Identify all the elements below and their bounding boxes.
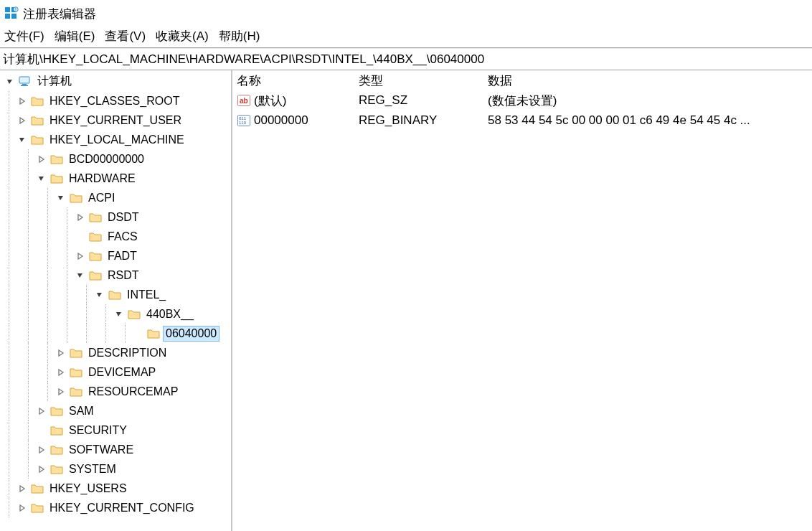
tree-label: SAM [66, 403, 97, 419]
tree-item-acpi[interactable]: ACPI [0, 188, 231, 207]
chevron-right-icon[interactable] [16, 115, 28, 126]
tree-item-hkcr[interactable]: HKEY_CLASSES_ROOT [0, 91, 231, 111]
tree-label: SOFTWARE [66, 442, 136, 458]
tree-item-440bx[interactable]: 440BX__ [0, 304, 231, 324]
chevron-right-icon[interactable] [55, 367, 67, 378]
no-expander [75, 231, 86, 243]
tree-label: HKEY_LOCAL_MACHINE [47, 132, 187, 148]
tree-label: SYSTEM [66, 461, 119, 477]
tree-item-software[interactable]: SOFTWARE [0, 440, 231, 459]
tree-item-06040000[interactable]: 06040000 [0, 324, 231, 343]
chevron-down-icon[interactable] [75, 270, 86, 281]
chevron-right-icon[interactable] [75, 250, 86, 262]
svg-rect-0 [5, 7, 10, 12]
folder-icon [147, 327, 160, 340]
chevron-down-icon[interactable] [55, 192, 67, 204]
tree-label: INTEL_ [124, 287, 169, 303]
svg-text:ab: ab [240, 97, 248, 105]
svg-rect-7 [19, 77, 29, 83]
value-data: 58 53 44 54 5c 00 00 00 01 c6 49 4e 54 4… [488, 113, 812, 128]
chevron-right-icon[interactable] [16, 502, 28, 514]
chevron-down-icon[interactable] [4, 76, 16, 88]
folder-icon [31, 95, 44, 108]
folder-icon [70, 366, 82, 379]
tree-item-bcd[interactable]: BCD00000000 [0, 149, 231, 169]
tree-label: HKEY_USERS [47, 481, 130, 497]
menu-edit[interactable]: 编辑(E) [55, 28, 95, 44]
tree-label: HKEY_CLASSES_ROOT [47, 93, 182, 109]
folder-icon [128, 308, 141, 321]
string-value-icon: ab [237, 94, 251, 107]
folder-icon [89, 211, 102, 224]
tree-label: FACS [105, 229, 141, 245]
tree-label: RSDT [105, 268, 142, 283]
svg-rect-5 [15, 8, 16, 9]
tree-label: HKEY_CURRENT_USER [47, 113, 184, 128]
tree-item-description[interactable]: DESCRIPTION [0, 343, 231, 362]
tree-label: HKEY_CURRENT_CONFIG [47, 500, 197, 516]
tree-item-intel[interactable]: INTEL_ [0, 285, 231, 304]
tree-item-hkcc[interactable]: HKEY_CURRENT_CONFIG [0, 498, 231, 517]
tree-item-hkcu[interactable]: HKEY_CURRENT_USER [0, 111, 231, 130]
chevron-right-icon[interactable] [55, 386, 67, 398]
tree-item-resourcemap[interactable]: RESOURCEMAP [0, 382, 231, 401]
tree-item-system[interactable]: SYSTEM [0, 459, 231, 479]
tree-item-hku[interactable]: HKEY_USERS [0, 479, 231, 498]
tree-label: 440BX__ [143, 306, 197, 322]
folder-icon [89, 230, 102, 243]
chevron-down-icon[interactable] [36, 173, 47, 184]
folder-icon [50, 172, 63, 185]
menu-file[interactable]: 文件(F) [4, 28, 44, 44]
menu-help[interactable]: 帮助(H) [219, 28, 260, 44]
tree-item-security[interactable]: SECURITY [0, 420, 231, 440]
chevron-right-icon[interactable] [75, 212, 86, 223]
folder-icon [89, 269, 102, 282]
values-pane[interactable]: 名称 类型 数据 ab (默认) REG_SZ (数值未设置) [232, 70, 812, 531]
tree-item-rsdt[interactable]: RSDT [0, 266, 231, 285]
tree-pane[interactable]: 计算机 [0, 70, 232, 531]
value-row[interactable]: ab (默认) REG_SZ (数值未设置) [232, 90, 812, 111]
chevron-right-icon[interactable] [36, 444, 47, 456]
folder-icon [89, 250, 102, 263]
tree-item-devicemap[interactable]: DEVICEMAP [0, 362, 231, 382]
tree-item-computer[interactable]: 计算机 [0, 72, 231, 91]
main-split: 计算机 [0, 70, 812, 531]
folder-icon [50, 424, 63, 437]
chevron-right-icon[interactable] [36, 154, 47, 165]
menu-favorites[interactable]: 收藏夹(A) [156, 28, 209, 44]
title-bar: 注册表编辑器 [0, 0, 812, 24]
tree-label: ACPI [85, 190, 118, 206]
tree-item-facs[interactable]: FACS [0, 227, 231, 246]
tree-label: DESCRIPTION [85, 345, 169, 361]
chevron-right-icon[interactable] [36, 464, 47, 475]
no-expander [133, 328, 144, 339]
tree-label: HARDWARE [66, 171, 138, 187]
chevron-right-icon[interactable] [55, 347, 67, 359]
chevron-right-icon[interactable] [16, 95, 28, 107]
folder-icon [50, 463, 63, 476]
tree-item-hardware[interactable]: HARDWARE [0, 169, 231, 188]
tree-label: DSDT [105, 210, 142, 225]
tree-label: FADT [105, 248, 140, 264]
regedit-app-icon [4, 6, 19, 21]
tree-item-fadt[interactable]: FADT [0, 246, 231, 266]
chevron-down-icon[interactable] [16, 134, 28, 146]
chevron-right-icon[interactable] [36, 405, 47, 417]
tree-label: SECURITY [66, 423, 130, 438]
folder-icon [31, 482, 44, 495]
tree-item-dsdt[interactable]: DSDT [0, 207, 231, 227]
chevron-down-icon[interactable] [113, 309, 125, 320]
address-bar[interactable]: 计算机\HKEY_LOCAL_MACHINE\HARDWARE\ACPI\RSD… [0, 49, 812, 70]
menu-view[interactable]: 查看(V) [105, 28, 146, 44]
value-row[interactable]: 011 110 00000000 REG_BINARY 58 53 44 54 … [232, 111, 812, 131]
header-data[interactable]: 数据 [488, 72, 812, 89]
tree-label: DEVICEMAP [85, 365, 159, 380]
chevron-down-icon[interactable] [94, 289, 105, 301]
value-type: REG_BINARY [359, 113, 488, 128]
tree-item-sam[interactable]: SAM [0, 401, 231, 420]
header-name[interactable]: 名称 [237, 72, 359, 89]
chevron-right-icon[interactable] [16, 483, 28, 494]
tree-item-hklm[interactable]: HKEY_LOCAL_MACHINE [0, 130, 231, 149]
header-type[interactable]: 类型 [359, 72, 488, 89]
no-expander [36, 425, 47, 436]
